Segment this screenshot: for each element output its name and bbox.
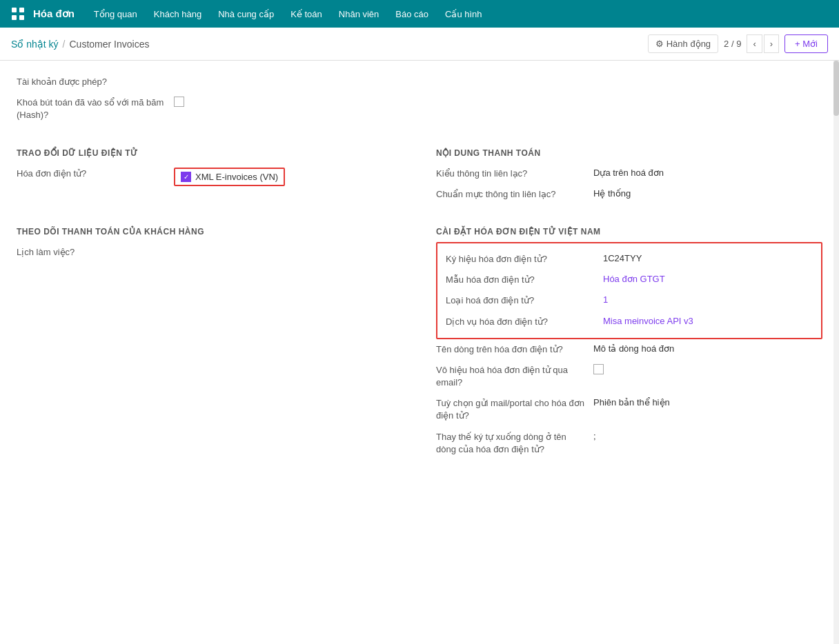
row-kieu-tt-lien-lac: Kiểu thông tin liên lạc? Dựa trên hoá đơ… <box>436 163 822 184</box>
checkbox-khoa-but-toan[interactable] <box>174 97 184 107</box>
label-tai-khoan: Tài khoản được phép? <box>17 76 168 88</box>
label-mau-hoa-don: Mẫu hóa đơn điện tử? <box>446 274 598 286</box>
nav-ke-toan[interactable]: Kế toán <box>282 0 330 28</box>
label-tuy-chon-gui-mail: Tuỳ chọn gửi mail/portal cho hóa đơn điệ… <box>436 397 588 422</box>
prev-button[interactable]: ‹ <box>747 34 762 53</box>
value-ten-dong: Mô tả dòng hoá đơn <box>593 343 822 354</box>
two-col-layout: TRAO ĐỔI DỮ LIỆU ĐIỆN TỬ Hóa đơn điện tử… <box>17 140 822 205</box>
label-ten-dong: Tên dòng trên hóa đơn điện tử? <box>436 343 588 356</box>
row-tai-khoan: Tài khoản được phép? <box>17 72 822 92</box>
value-mau-hoa-don[interactable]: Hóa đơn GTGT <box>603 274 813 284</box>
nav-arrows: ‹ › <box>747 34 779 53</box>
label-vo-hieu-hoa: Vô hiệu hoá hóa đơn điện tử qua email? <box>436 364 588 389</box>
svg-rect-0 <box>12 8 17 12</box>
breadcrumb: Sổ nhật ký / Customer Invoices <box>11 39 149 50</box>
breadcrumb-separator: / <box>63 39 66 50</box>
row-dich-vu: Dịch vụ hóa đơn điện tử? Misa meinvoice … <box>446 312 813 332</box>
hoa-don-dien-tu-box: XML E-invoices (VN) <box>174 168 285 186</box>
nav-nha-cung-cap[interactable]: Nhà cung cấp <box>210 0 282 28</box>
svg-rect-1 <box>19 8 24 12</box>
section-header-noi-dung: NỘI DUNG THANH TOÁN <box>436 140 822 163</box>
label-hoa-don-dien-tu: Hóa đơn điện tử? <box>17 168 168 180</box>
value-tuy-chon-gui-mail: Phiên bản thể hiện <box>593 397 822 407</box>
app-icon[interactable] <box>6 1 30 26</box>
main-content: Tài khoản được phép? Khoá bút toán đã và… <box>0 61 839 644</box>
section-header-trao-doi: TRAO ĐỔI DỮ LIỆU ĐIỆN TỬ <box>17 140 403 163</box>
checkbox-vo-hieu-hoa[interactable] <box>593 364 604 374</box>
top-navigation: Hóa đơn Tổng quan Khách hàng Nhà cung cấ… <box>0 0 839 28</box>
row-chuan-muc-tt-lien-lac: Chuẩn mực thông tin liên lạc? Hệ thống <box>436 184 822 205</box>
new-button[interactable]: + Mới <box>784 34 828 53</box>
svg-rect-3 <box>19 15 24 20</box>
label-thay-the-ky-tu: Thay thế ký tự xuống dòng ở tên dòng của… <box>436 431 588 456</box>
label-ky-hieu: Ký hiệu hóa đơn điện tử? <box>446 253 598 265</box>
value-dich-vu[interactable]: Misa meinvoice API v3 <box>603 316 813 326</box>
label-chuan-muc-tt-lien-lac: Chuẩn mực thông tin liên lạc? <box>436 188 588 201</box>
label-lich-lam-viec: Lịch làm việc? <box>17 246 168 259</box>
value-kieu-tt-lien-lac: Dựa trên hoá đơn <box>593 168 822 178</box>
label-loai-hoa-don: Loại hoá đơn điện tử? <box>446 294 598 307</box>
breadcrumb-parent[interactable]: Sổ nhật ký <box>11 39 59 50</box>
left-col: TRAO ĐỔI DỮ LIỆU ĐIỆN TỬ Hóa đơn điện tử… <box>17 140 420 205</box>
actions-button[interactable]: ⚙ Hành động <box>648 34 718 53</box>
checkbox-hoa-don-dien-tu[interactable] <box>181 172 191 182</box>
row-khoa-but-toan: Khoá bút toán đã vào sổ với mã băm (Hash… <box>17 92 822 125</box>
right-col-2: CÀI ĐẶT HÓA ĐƠN ĐIỆN TỬ VIỆT NAM Ký hiệu… <box>420 219 822 460</box>
nav-cau-hinh[interactable]: Cấu hình <box>437 0 491 28</box>
value-loai-hoa-don[interactable]: 1 <box>603 294 813 305</box>
row-vo-hieu-hoa: Vô hiệu hoá hóa đơn điện tử qua email? <box>436 360 822 393</box>
value-ky-hieu: 1C24TYY <box>603 253 813 263</box>
left-col-2: THEO DÕI THANH TOÁN CỦA KHÁCH HÀNG Lịch … <box>17 219 420 460</box>
breadcrumb-actions: ⚙ Hành động 2 / 9 ‹ › + Mới <box>648 34 828 53</box>
row-loai-hoa-don: Loại hoá đơn điện tử? 1 <box>446 290 813 311</box>
row-tuy-chon-gui-mail: Tuỳ chọn gửi mail/portal cho hóa đơn điệ… <box>436 393 822 426</box>
page-indicator: 2 / 9 <box>724 39 741 49</box>
scrollbar-track[interactable] <box>833 61 839 644</box>
label-dich-vu: Dịch vụ hóa đơn điện tử? <box>446 316 598 328</box>
einvoice-settings-box: Ký hiệu hóa đơn điện tử? 1C24TYY Mẫu hóa… <box>436 242 822 339</box>
value-hoa-don-dien-tu: XML E-invoices (VN) <box>195 172 278 182</box>
value-chuan-muc-tt-lien-lac: Hệ thống <box>593 188 822 199</box>
nav-khach-hang[interactable]: Khách hàng <box>146 0 210 28</box>
app-title: Hóa đơn <box>33 8 75 20</box>
breadcrumb-current: Customer Invoices <box>69 39 149 50</box>
row-ky-hieu: Ký hiệu hóa đơn điện tử? 1C24TYY <box>446 249 813 270</box>
row-hoa-don-dien-tu: Hóa đơn điện tử? XML E-invoices (VN) <box>17 163 403 190</box>
nav-nhan-vien[interactable]: Nhân viên <box>330 0 388 28</box>
row-thay-the-ky-tu: Thay thế ký tự xuống dòng ở tên dòng của… <box>436 427 822 460</box>
row-mau-hoa-don: Mẫu hóa đơn điện tử? Hóa đơn GTGT <box>446 270 813 290</box>
row-lich-lam-viec: Lịch làm việc? <box>17 242 403 263</box>
value-thay-the-ky-tu: ; <box>593 431 822 441</box>
two-col-layout-2: THEO DÕI THANH TOÁN CỦA KHÁCH HÀNG Lịch … <box>17 219 822 460</box>
scrollbar-thumb[interactable] <box>833 61 839 116</box>
next-button[interactable]: › <box>764 34 779 53</box>
label-kieu-tt-lien-lac: Kiểu thông tin liên lạc? <box>436 168 588 180</box>
nav-bao-cao[interactable]: Báo cáo <box>387 0 437 28</box>
nav-tong-quan[interactable]: Tổng quan <box>86 0 146 28</box>
label-khoa-but-toan: Khoá bút toán đã vào sổ với mã băm (Hash… <box>17 97 168 121</box>
svg-rect-2 <box>12 15 17 20</box>
section-header-cai-dat: CÀI ĐẶT HÓA ĐƠN ĐIỆN TỬ VIỆT NAM <box>436 219 822 242</box>
breadcrumb-bar: Sổ nhật ký / Customer Invoices ⚙ Hành độ… <box>0 28 839 61</box>
right-col: NỘI DUNG THANH TOÁN Kiểu thông tin liên … <box>420 140 822 205</box>
row-ten-dong: Tên dòng trên hóa đơn điện tử? Mô tả dòn… <box>436 339 822 360</box>
section-header-theo-doi: THEO DÕI THANH TOÁN CỦA KHÁCH HÀNG <box>17 219 403 242</box>
